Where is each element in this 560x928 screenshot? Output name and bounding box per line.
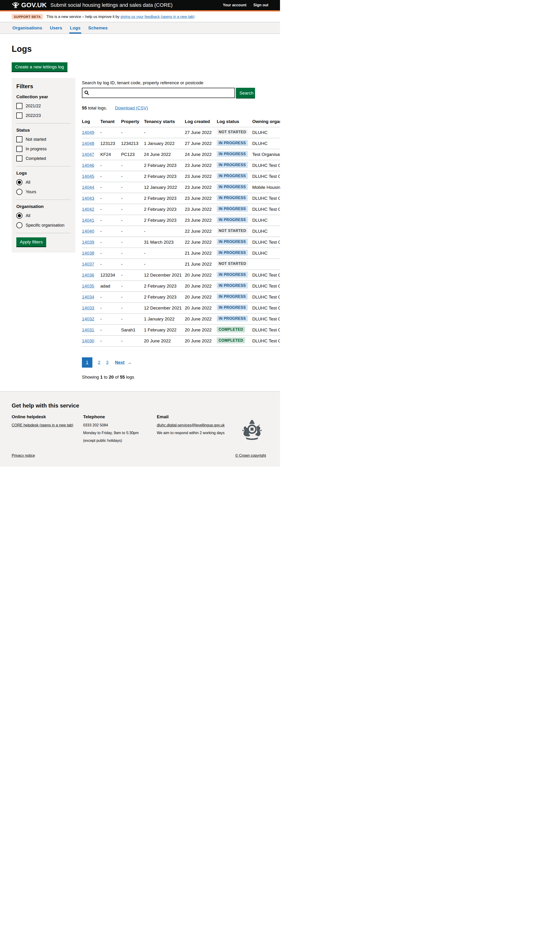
- log-link-14039[interactable]: 14039: [82, 240, 94, 244]
- pagination-next[interactable]: Next: [115, 360, 125, 365]
- royal-coat-of-arms-icon: [238, 419, 266, 442]
- radio-all-selected[interactable]: [16, 213, 22, 219]
- log-link-14049[interactable]: 14049: [82, 130, 94, 135]
- log-id-cell: 14043: [82, 193, 100, 204]
- tenancy-starts-cell: -: [144, 226, 185, 237]
- filter-option-status-completed[interactable]: Completed: [16, 156, 71, 162]
- nav-item-logs[interactable]: Logs: [69, 22, 81, 34]
- log-link-14036[interactable]: 14036: [82, 273, 94, 278]
- checkbox-2022-23[interactable]: [16, 113, 22, 119]
- table-row: 14049---27 June 2022NOT STARTEDDLUHC: [82, 127, 280, 138]
- log-link-14045[interactable]: 14045: [82, 174, 94, 179]
- filter-option-status-in-progress[interactable]: In progress: [16, 146, 71, 152]
- checkbox-in-progress[interactable]: [16, 146, 22, 152]
- log-link-14041[interactable]: 14041: [82, 218, 94, 223]
- log-link-14035[interactable]: 14035: [82, 284, 94, 288]
- tenancy-starts-cell: 12 January 2022: [144, 182, 185, 193]
- log-created-cell: 23 June 2022: [185, 182, 217, 193]
- log-created-cell: 27 June 2022: [185, 138, 217, 149]
- table-row: 1404812312312342131 January 202227 June …: [82, 138, 280, 149]
- log-link-14032[interactable]: 14032: [82, 316, 94, 321]
- log-link-14031[interactable]: 14031: [82, 327, 94, 332]
- your-account-link[interactable]: Your account: [223, 3, 246, 7]
- column-header-tenancy-starts: Tenancy starts: [144, 116, 185, 127]
- status-badge: COMPLETED: [217, 327, 245, 332]
- log-link-14040[interactable]: 14040: [82, 229, 94, 234]
- log-link-14043[interactable]: 14043: [82, 196, 94, 201]
- footer-line: dluhc.digital-services@levellingup.gov.u…: [157, 423, 238, 428]
- radio-specific-organisation[interactable]: [16, 222, 22, 228]
- status-badge: IN PROGRESS: [217, 282, 248, 288]
- status-badge: IN PROGRESS: [217, 272, 248, 278]
- filter-group-title: Organisation: [16, 204, 71, 209]
- filter-divider: [16, 123, 71, 124]
- filter-option-logs-all[interactable]: All: [16, 179, 71, 185]
- checkbox-not-started[interactable]: [16, 136, 22, 142]
- checkbox-completed[interactable]: [16, 156, 22, 162]
- footer-link-core-helpdesk-opens-in-a-new-t[interactable]: CORE helpdesk (opens in a new tab): [12, 423, 73, 427]
- crown-copyright-link[interactable]: © Crown copyright: [235, 453, 266, 458]
- pagination-pages: 23: [92, 360, 108, 365]
- search-button[interactable]: Search: [236, 88, 255, 98]
- log-link-14037[interactable]: 14037: [82, 262, 94, 267]
- pagination-page-3[interactable]: 3: [106, 360, 108, 365]
- sign-out-link[interactable]: Sign out: [253, 3, 269, 7]
- govuk-logo[interactable]: GOV.UK: [12, 2, 47, 9]
- page-title: Logs: [12, 44, 269, 54]
- footer-link-dluhc-digital-services-levelli[interactable]: dluhc.digital-services@levellingup.gov.u…: [157, 423, 225, 427]
- checkbox-2021-22[interactable]: [16, 103, 22, 109]
- filter-option-status-not-started[interactable]: Not started: [16, 136, 71, 142]
- service-name-link[interactable]: Submit social housing lettings and sales…: [50, 2, 172, 8]
- log-link-14048[interactable]: 14048: [82, 141, 94, 146]
- tenancy-starts-cell: 2 February 2023: [144, 160, 185, 171]
- property-cell: -: [121, 226, 144, 237]
- search-input[interactable]: [82, 88, 235, 98]
- tenant-cell: adad: [100, 281, 121, 292]
- owning-organisation-text: DLUHC: [252, 229, 267, 234]
- log-created-cell: 23 June 2022: [185, 171, 217, 182]
- pagination-page-2[interactable]: 2: [98, 360, 101, 365]
- log-link-14038[interactable]: 14038: [82, 251, 94, 256]
- status-badge: IN PROGRESS: [217, 206, 248, 212]
- table-row: 14046--2 February 202323 June 2022IN PRO…: [82, 160, 280, 171]
- log-link-14047[interactable]: 14047: [82, 152, 94, 157]
- filter-option-organisation-all[interactable]: All: [16, 213, 71, 219]
- owning-organisation-text: Mobile Housing: [252, 185, 280, 190]
- radio-yours[interactable]: [16, 189, 22, 195]
- table-row: 14035adad-2 February 202320 June 2022IN …: [82, 281, 280, 292]
- owning-organisation-cell: DLUHC Test Org: [252, 204, 280, 215]
- content: Logs Create a new lettings log Filters C…: [0, 44, 280, 380]
- owning-organisation-cell: DLUHC Test Org: [252, 325, 280, 336]
- tenant-cell: -: [100, 160, 121, 171]
- phase-banner-prefix: This is a new service – help us improve …: [46, 15, 121, 19]
- nav-item-schemes[interactable]: Schemes: [87, 22, 108, 34]
- radio-all-selected[interactable]: [16, 179, 22, 185]
- tenancy-starts-cell: 2 February 2023: [144, 204, 185, 215]
- log-link-14042[interactable]: 14042: [82, 207, 94, 212]
- filter-option-collection-year-2021-22[interactable]: 2021/22: [16, 103, 71, 109]
- pagination-page-current[interactable]: 1: [82, 357, 92, 368]
- feedback-link[interactable]: giving us your feedback (opens in a new …: [121, 15, 195, 19]
- owning-organisation-cell: DLUHC Test Org: [252, 193, 280, 204]
- tenant-cell: -: [100, 204, 121, 215]
- apply-filters-button[interactable]: Apply filters: [16, 237, 46, 246]
- create-lettings-log-button[interactable]: Create a new lettings log: [12, 62, 67, 72]
- log-link-14044[interactable]: 14044: [82, 185, 94, 190]
- filter-divider: [16, 166, 71, 166]
- log-link-14030[interactable]: 14030: [82, 339, 94, 343]
- log-link-14034[interactable]: 14034: [82, 295, 94, 299]
- log-link-14046[interactable]: 14046: [82, 163, 94, 168]
- privacy-notice-link[interactable]: Privacy notice: [12, 453, 35, 458]
- tenant-cell: -: [100, 226, 121, 237]
- tenant-cell: -: [100, 292, 121, 302]
- filter-option-label: All: [26, 213, 31, 218]
- filter-option-logs-yours[interactable]: Yours: [16, 189, 71, 195]
- nav-item-users[interactable]: Users: [49, 22, 63, 34]
- nav-item-organisations[interactable]: Organisations: [12, 22, 43, 34]
- footer-col-telephone: Telephone0333 202 5084Monday to Friday, …: [83, 414, 157, 446]
- filter-option-collection-year-2022-23[interactable]: 2022/23: [16, 113, 71, 119]
- filter-option-organisation-specific-organisation[interactable]: Specific organisation: [16, 222, 71, 228]
- log-link-14033[interactable]: 14033: [82, 305, 94, 310]
- download-csv-link[interactable]: Download (CSV): [115, 105, 148, 111]
- tenancy-starts-cell: 2 February 2023: [144, 281, 185, 292]
